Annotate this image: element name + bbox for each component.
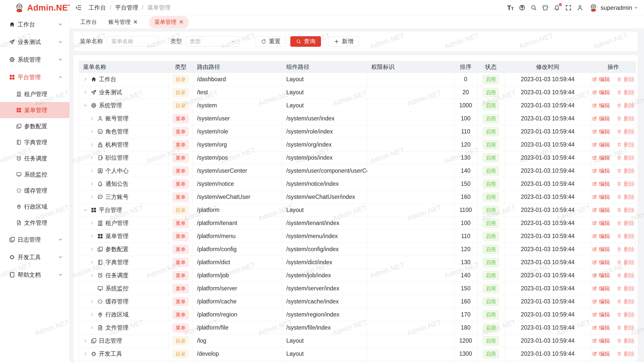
edit-button[interactable]: 编辑 <box>592 272 610 279</box>
reset-button[interactable]: 重置 <box>255 36 286 47</box>
close-icon[interactable]: ✕ <box>179 19 183 25</box>
expand-toggle[interactable] <box>83 338 91 343</box>
breadcrumb-item[interactable]: 工作台 <box>89 4 106 12</box>
edit-button[interactable]: 编辑 <box>592 219 610 227</box>
menu-name-input[interactable] <box>107 36 159 47</box>
sidebar-item-notebook-15[interactable]: 帮助文档 <box>0 266 69 284</box>
expand-toggle[interactable] <box>90 221 97 225</box>
expand-toggle[interactable] <box>90 155 97 160</box>
edit-button[interactable]: 编辑 <box>592 167 610 175</box>
font-size-button[interactable]: TT <box>506 4 515 12</box>
expand-toggle[interactable] <box>90 195 97 199</box>
expand-toggle[interactable] <box>90 129 97 134</box>
sidebar-item-alarm-clock-8[interactable]: 任务调度 <box>0 150 69 166</box>
delete-button[interactable]: 删除 <box>617 76 635 83</box>
sidebar-item-chip-14[interactable]: 开发工具 <box>0 248 69 266</box>
expand-toggle[interactable] <box>90 142 97 147</box>
theme-button[interactable] <box>541 4 550 12</box>
edit-button[interactable]: 编辑 <box>592 246 610 253</box>
username[interactable]: superadmin <box>601 4 632 11</box>
edit-button[interactable]: 编辑 <box>592 193 610 201</box>
user-button[interactable] <box>576 4 584 12</box>
delete-button[interactable]: 删除 <box>617 128 635 135</box>
delete-button[interactable]: 删除 <box>617 246 635 253</box>
edit-button[interactable]: 编辑 <box>592 337 610 345</box>
delete-button[interactable]: 删除 <box>617 298 635 305</box>
search-button[interactable]: 查询 <box>290 36 321 47</box>
expand-toggle[interactable] <box>83 351 91 356</box>
edit-button[interactable]: 编辑 <box>592 89 610 96</box>
expand-toggle[interactable] <box>90 312 97 317</box>
expand-toggle[interactable] <box>90 325 97 330</box>
expand-toggle[interactable] <box>90 116 97 121</box>
delete-button[interactable]: 删除 <box>617 259 635 266</box>
sidebar-item-copy-docs-6[interactable]: 参数配置 <box>0 118 69 134</box>
expand-toggle[interactable] <box>90 260 97 265</box>
delete-button[interactable]: 删除 <box>617 193 635 201</box>
delete-button[interactable]: 删除 <box>617 180 635 188</box>
expand-toggle[interactable] <box>83 90 91 95</box>
expand-toggle[interactable] <box>90 234 97 239</box>
expand-toggle[interactable] <box>83 103 91 108</box>
sidebar-item-location-pin-11[interactable]: 行政区域 <box>0 199 69 215</box>
tab-2[interactable]: 菜单管理✕ <box>149 16 188 28</box>
edit-button[interactable]: 编辑 <box>592 115 610 122</box>
delete-button[interactable]: 删除 <box>617 89 635 96</box>
type-select[interactable]: 类型 <box>186 36 239 47</box>
sidebar-item-grid-3[interactable]: 平台管理 <box>0 68 69 86</box>
edit-button[interactable]: 编辑 <box>592 128 610 135</box>
delete-button[interactable]: 删除 <box>617 311 635 319</box>
chevron-down-icon[interactable] <box>634 5 638 10</box>
delete-button[interactable]: 删除 <box>617 233 635 240</box>
avatar[interactable] <box>589 3 598 12</box>
delete-button[interactable]: 删除 <box>617 115 635 122</box>
notification-button[interactable] <box>553 4 561 12</box>
edit-button[interactable]: 编辑 <box>592 76 610 83</box>
edit-button[interactable]: 编辑 <box>592 206 610 214</box>
language-button[interactable] <box>518 4 527 12</box>
sidebar-item-file-12[interactable]: 文件管理 <box>0 215 69 231</box>
edit-button[interactable]: 编辑 <box>592 141 610 149</box>
sidebar-item-home-0[interactable]: 工作台 <box>0 16 69 33</box>
fullscreen-button[interactable] <box>564 4 573 12</box>
expand-toggle[interactable] <box>90 273 97 278</box>
edit-button[interactable]: 编辑 <box>592 324 610 332</box>
edit-button[interactable]: 编辑 <box>592 102 610 109</box>
delete-button[interactable]: 删除 <box>617 272 635 279</box>
expand-toggle[interactable] <box>90 168 97 173</box>
expand-toggle[interactable] <box>90 182 97 186</box>
delete-button[interactable]: 删除 <box>617 324 635 332</box>
edit-button[interactable]: 编辑 <box>592 350 610 358</box>
expand-toggle[interactable] <box>90 299 97 304</box>
expand-toggle[interactable] <box>83 208 91 212</box>
edit-button[interactable]: 编辑 <box>592 233 610 240</box>
delete-button[interactable]: 删除 <box>617 167 635 175</box>
delete-button[interactable]: 删除 <box>617 337 635 345</box>
sidebar-item-spinner-10[interactable]: 缓存管理 <box>0 183 69 199</box>
tab-1[interactable]: 账号管理✕ <box>108 18 138 26</box>
sidebar-item-building-4[interactable]: 租户管理 <box>0 86 69 102</box>
breadcrumb-item[interactable]: 平台管理 <box>115 4 138 12</box>
edit-button[interactable]: 编辑 <box>592 180 610 188</box>
expand-toggle[interactable] <box>83 77 91 82</box>
delete-button[interactable]: 删除 <box>617 350 635 358</box>
edit-button[interactable]: 编辑 <box>592 259 610 266</box>
edit-button[interactable]: 编辑 <box>592 285 610 292</box>
edit-button[interactable]: 编辑 <box>592 154 610 162</box>
sidebar-item-send-1[interactable]: 业务测试 <box>0 33 69 51</box>
sidebar-item-monitor-9[interactable]: 系统监控 <box>0 166 69 183</box>
delete-button[interactable]: 删除 <box>617 154 635 162</box>
edit-button[interactable]: 编辑 <box>592 311 610 319</box>
delete-button[interactable]: 删除 <box>617 285 635 292</box>
expand-toggle[interactable] <box>90 247 97 252</box>
close-icon[interactable]: ✕ <box>133 19 138 25</box>
delete-button[interactable]: 删除 <box>617 206 635 214</box>
search-button[interactable] <box>530 4 538 12</box>
sidebar-item-book-7[interactable]: 字典管理 <box>0 134 69 150</box>
edit-button[interactable]: 编辑 <box>592 298 610 305</box>
add-button[interactable]: 新增 <box>328 36 359 47</box>
sidebar-item-gear-2[interactable]: 系统管理 <box>0 51 69 68</box>
delete-button[interactable]: 删除 <box>617 141 635 149</box>
delete-button[interactable]: 删除 <box>617 219 635 227</box>
sidebar-item-copy-docs-13[interactable]: 日志管理 <box>0 231 69 248</box>
